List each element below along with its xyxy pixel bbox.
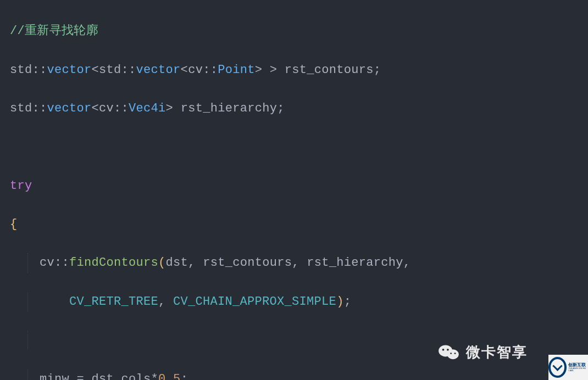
wechat-watermark: 微卡智享 <box>437 340 528 364</box>
code-line: //重新寻找轮廓 <box>10 21 588 41</box>
code-line: CV_RETR_TREE, CV_CHAIN_APPROX_SIMPLE); <box>10 292 588 311</box>
svg-point-2 <box>442 349 445 351</box>
code-editor: //重新寻找轮廓 std::vector<std::vector<cv::Poi… <box>0 0 588 380</box>
code-line: { <box>10 215 588 234</box>
wechat-icon <box>437 340 461 364</box>
code-line: cv::findContours(dst, rst_contours, rst_… <box>10 253 588 272</box>
logo-text: 创新互联 CHUANG XIN HU LIAN <box>568 363 588 372</box>
code-line: std::vector<cv::Vec4i> rst_hierarchy; <box>10 99 588 118</box>
code-line: try <box>10 176 588 195</box>
code-line <box>10 137 588 157</box>
svg-point-3 <box>447 349 449 351</box>
corner-logo-watermark: 创新互联 CHUANG XIN HU LIAN <box>548 355 588 380</box>
comment-text: //重新寻找轮廓 <box>10 24 98 38</box>
svg-point-4 <box>450 353 452 354</box>
svg-point-5 <box>454 353 456 354</box>
svg-point-1 <box>447 349 459 359</box>
code-line: minw = dst.cols*0.5; <box>10 370 588 380</box>
logo-icon <box>548 357 567 378</box>
code-line: std::vector<std::vector<cv::Point> > rst… <box>10 60 588 80</box>
wechat-watermark-text: 微卡智享 <box>466 343 528 362</box>
